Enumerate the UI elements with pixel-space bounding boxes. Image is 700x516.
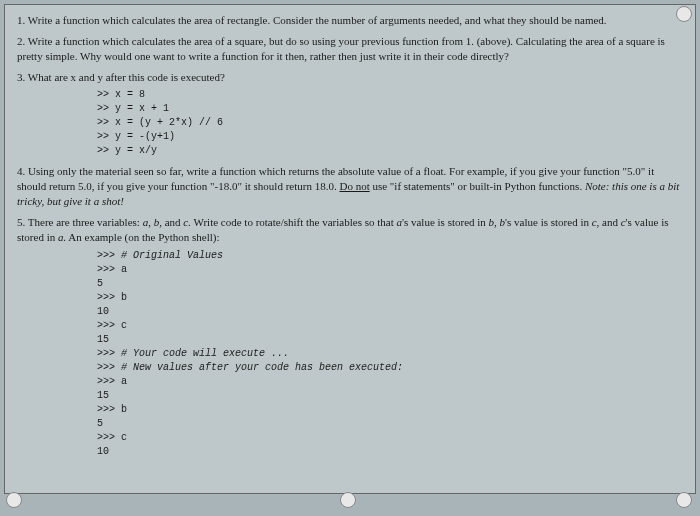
code-line: >>> # New values after your code has bee… [97,361,683,375]
q2-number: 2. [17,35,25,47]
code-line: >> x = 8 [97,88,683,102]
q5-p5: and [599,216,620,228]
code-line: >>> b [97,403,683,417]
q5-vb: b, b [489,216,506,228]
code-line: >>> a [97,375,683,389]
code-line: 15 [97,389,683,403]
code-line: >> x = (y + 2*x) // 6 [97,116,683,130]
code-line: 5 [97,277,683,291]
q5-varc: c. [183,216,191,228]
q5-text-1: There are three variables: [28,216,143,228]
q3-text: What are x and y after this code is exec… [28,71,225,83]
question-5: 5. There are three variables: a, b, and … [17,215,683,459]
q5-p3: 's value is stored in [402,216,489,228]
q1-number: 1. [17,14,25,26]
binder-hole-icon [6,492,22,508]
q5-number: 5. [17,216,25,228]
binder-hole-icon [676,6,692,22]
q5-mid: and [162,216,183,228]
code-line: 15 [97,333,683,347]
code-line: >>> # Your code will execute ... [97,347,683,361]
code-line: 10 [97,445,683,459]
q5-p4: 's value is stored in [505,216,592,228]
code-line: 10 [97,305,683,319]
q1-text: Write a function which calculates the ar… [28,14,607,26]
code-line: >>> c [97,319,683,333]
q4-text-2: use "if statements" or built-in Python f… [370,180,585,192]
q5-vars: a, b, [143,216,162,228]
code-line: >> y = x + 1 [97,102,683,116]
question-1: 1. Write a function which calculates the… [17,13,683,28]
code-line: >> y = x/y [97,144,683,158]
binder-hole-icon [676,492,692,508]
q5-va2: a. [58,231,66,243]
code-line: >>> # Original Values [97,249,683,263]
question-2: 2. Write a function which calculates the… [17,34,683,64]
worksheet-page: 1. Write a function which calculates the… [4,4,696,494]
q3-code-block: >> x = 8 >> y = x + 1 >> x = (y + 2*x) /… [97,88,683,158]
q5-code-block: >>> # Original Values >>> a 5 >>> b 10 >… [97,249,683,459]
code-line: >> y = -(y+1) [97,130,683,144]
code-line: 5 [97,417,683,431]
q4-number: 4. [17,165,25,177]
binder-hole-icon [340,492,356,508]
q2-text: Write a function which calculates the ar… [17,35,665,62]
q4-underline: Do not [339,180,369,192]
code-line: >>> a [97,263,683,277]
code-line: >>> b [97,291,683,305]
question-4: 4. Using only the material seen so far, … [17,164,683,209]
q5-text-2: Write code to rotate/shift the variables… [191,216,397,228]
q5-p7: An example (on the Python shell): [66,231,219,243]
code-line: >>> c [97,431,683,445]
question-3: 3. What are x and y after this code is e… [17,70,683,159]
q3-number: 3. [17,71,25,83]
